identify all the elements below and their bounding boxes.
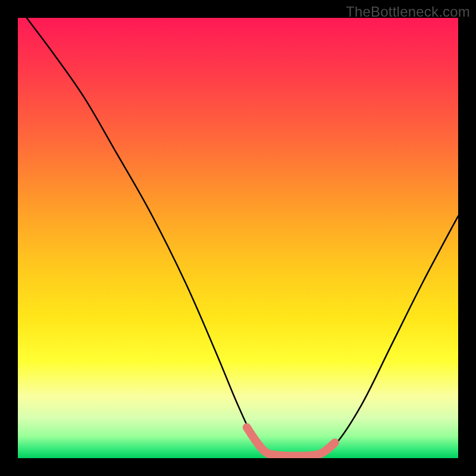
bottleneck-curve [27,18,458,456]
watermark-text: TheBottleneck.com [346,4,470,20]
chart-frame: TheBottleneck.com [0,0,476,476]
optimal-range-marker [247,427,335,456]
chart-background-gradient [18,18,458,458]
bottleneck-chart-svg [18,18,458,458]
